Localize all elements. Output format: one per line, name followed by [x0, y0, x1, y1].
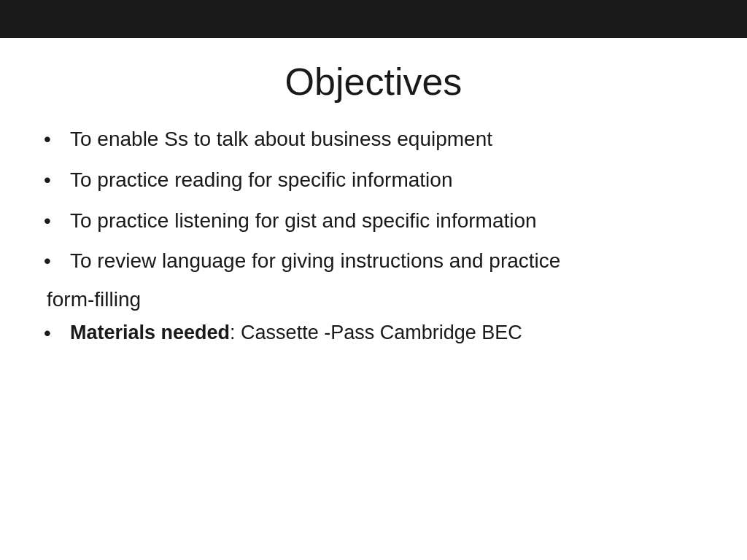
- bullet-text-2: To practice reading for specific informa…: [70, 166, 703, 194]
- bullet-text-1: To enable Ss to talk about business equi…: [70, 125, 703, 153]
- list-item: • To enable Ss to talk about business eq…: [44, 125, 703, 153]
- bullet-icon: •: [44, 322, 66, 345]
- bullet-icon: •: [44, 166, 66, 194]
- list-item: • To practice reading for specific infor…: [44, 166, 703, 194]
- bullet-list: • To enable Ss to talk about business eq…: [44, 125, 703, 275]
- bullet-text-3: To practice listening for gist and speci…: [70, 207, 703, 235]
- slide-container: Objectives • To enable Ss to talk about …: [0, 38, 747, 359]
- bullet-text-4: To review language for giving instructio…: [70, 247, 703, 275]
- bullet-icon: •: [44, 207, 66, 235]
- form-filling-text: form-filling: [44, 288, 703, 311]
- materials-label: Materials needed: [70, 322, 230, 343]
- materials-content: Materials needed: Cassette -Pass Cambrid…: [70, 322, 522, 344]
- bullet-icon: •: [44, 247, 66, 275]
- slide-title: Objectives: [44, 60, 703, 104]
- top-bar: [0, 0, 747, 38]
- list-item: • To review language for giving instruct…: [44, 247, 703, 275]
- materials-text: Cassette -Pass Cambridge BEC: [241, 322, 522, 343]
- bullet-icon: •: [44, 125, 66, 153]
- materials-line: • Materials needed: Cassette -Pass Cambr…: [44, 322, 703, 345]
- materials-colon: :: [230, 322, 241, 343]
- list-item: • To practice listening for gist and spe…: [44, 207, 703, 235]
